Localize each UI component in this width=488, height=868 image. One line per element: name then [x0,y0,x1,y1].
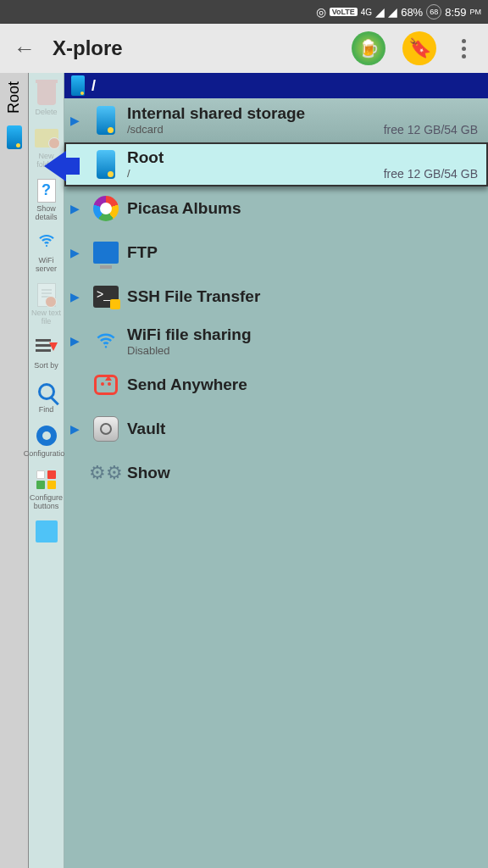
blank-icon [34,519,59,544]
bookmark-button[interactable]: 🔖 [402,31,436,65]
tool-sort-by[interactable]: Sort by [29,331,64,374]
current-path: / [92,77,96,95]
clock-time: 8:59 [445,6,466,19]
path-bar[interactable]: / [64,73,488,98]
show-icon: ⚙⚙ [92,459,120,487]
toolbar-sidebar: DeleteNew folder?Show detailsWiFi server… [29,73,64,868]
vertical-tab[interactable]: Root [0,73,29,868]
item-body: Show [127,464,483,482]
item-name: Picasa Albums [127,199,241,218]
item-name: Show [127,464,170,482]
list-item[interactable]: ▶>_SSH File Transfer [64,275,488,319]
expand-icon[interactable]: ▶ [64,202,85,215]
signal-icon-2: ◢ [388,5,397,19]
selection-arrow-icon [29,151,66,181]
item-body: WiFi file sharingDisabled [127,326,483,357]
tool-show-details[interactable]: ?Show details [29,175,64,225]
tool-label: Delete [35,108,57,117]
phone-icon [7,125,22,149]
expand-icon[interactable]: ▶ [64,290,85,303]
list-item[interactable]: ▶Vault [64,407,488,451]
tool-label: Find [39,406,54,415]
expand-icon[interactable]: ▶ [64,246,85,259]
donate-button[interactable]: 🍺 [352,31,385,65]
tool-configuration[interactable]: Configuration [29,420,64,462]
item-name: WiFi file sharing [127,326,252,344]
volte-badge: VoLTE [330,8,358,16]
folder-icon [34,125,59,151]
ssh-icon: >_ [92,282,120,311]
network-type: 4G [361,8,372,17]
phone-icon [71,75,85,96]
clock-ampm: PM [470,8,482,16]
app-title: X-plore [53,36,335,60]
main-stage: Root DeleteNew folder?Show detailsWiFi s… [0,73,488,868]
item-body: Send Anywhere [127,376,483,394]
list-item[interactable]: ▶WiFi file sharingDisabled [64,319,488,363]
trash-icon [34,81,59,107]
item-subtitle: / [127,167,130,181]
expand-icon[interactable]: ▶ [64,334,85,348]
tool-label: Configure buttons [29,494,64,511]
send-icon [92,370,120,399]
tool-delete[interactable]: Delete [29,78,64,120]
app-bar: ← X-plore 🍺 🔖 [0,24,488,73]
item-body: SSH File Transfer [127,287,483,306]
list-item[interactable]: ▶FTP [64,231,488,275]
tool-label: Configuration [24,450,69,459]
list-item[interactable]: ▶Root/free 12 GB/54 GB [64,142,488,186]
item-info: free 12 GB/54 GB [384,123,483,136]
phone-icon [92,106,120,135]
picasa-icon [92,194,120,223]
expand-icon[interactable]: ▶ [64,114,85,127]
item-body: Picasa Albums [127,199,483,218]
list-item[interactable]: Send Anywhere [64,363,488,407]
magnify-icon [34,379,59,404]
item-name: SSH File Transfer [127,287,260,306]
tool-label: Show details [29,205,64,222]
item-list: ▶Internal shared storage/sdcardfree 12 G… [64,98,488,495]
tool-find[interactable]: Find [29,376,64,418]
expand-icon[interactable]: ▶ [64,422,85,436]
item-body: Internal shared storage/sdcardfree 12 GB… [127,104,483,136]
phone-icon [92,150,120,179]
item-subtitle: Disabled [127,344,170,357]
tool-label: New text file [29,309,64,326]
item-name: Vault [127,420,165,438]
item-subtitle: /sdcard [127,123,164,136]
battery-percent: 68% [401,6,423,19]
vault-icon [92,415,120,443]
vertical-tab-label: Root [5,73,23,122]
tool-wifi-server[interactable]: WiFi server [29,226,64,277]
ftp-icon [92,238,120,267]
circle-indicator: 68 [426,4,441,19]
sortby-icon [34,335,59,360]
item-name: Internal shared storage [127,104,305,123]
tool-label: Sort by [34,362,58,370]
tool-item[interactable] [29,515,64,549]
item-body: FTP [127,243,483,262]
item-body: Root/free 12 GB/54 GB [127,148,483,181]
gear-icon [34,423,59,448]
doc-icon: ? [34,178,59,203]
hotspot-icon: ◎ [316,5,326,19]
item-name: FTP [127,243,158,262]
tool-label: WiFi server [29,257,64,274]
back-button[interactable]: ← [14,36,36,62]
wifi-icon [34,230,59,255]
list-item[interactable]: ▶Internal shared storage/sdcardfree 12 G… [64,98,488,142]
overflow-menu-button[interactable] [453,39,474,58]
list-item[interactable]: ⚙⚙Show [64,451,488,495]
list-item[interactable]: ▶Picasa Albums [64,186,488,231]
item-body: Vault [127,420,483,438]
wifi-icon [92,326,120,355]
tool-new-text-file[interactable]: New text file [29,279,64,330]
textfile-icon [34,282,59,308]
tool-configure-buttons[interactable]: Configure buttons [29,464,64,515]
cfgbtn-icon [34,467,59,492]
item-name: Send Anywhere [127,376,247,394]
status-bar: ◎ VoLTE 4G ◢ ◢ 68% 68 8:59 PM [0,0,488,24]
item-info: free 12 GB/54 GB [384,167,483,181]
file-panel: / ▶Internal shared storage/sdcardfree 12… [64,73,488,868]
signal-icon: ◢ [375,5,385,19]
